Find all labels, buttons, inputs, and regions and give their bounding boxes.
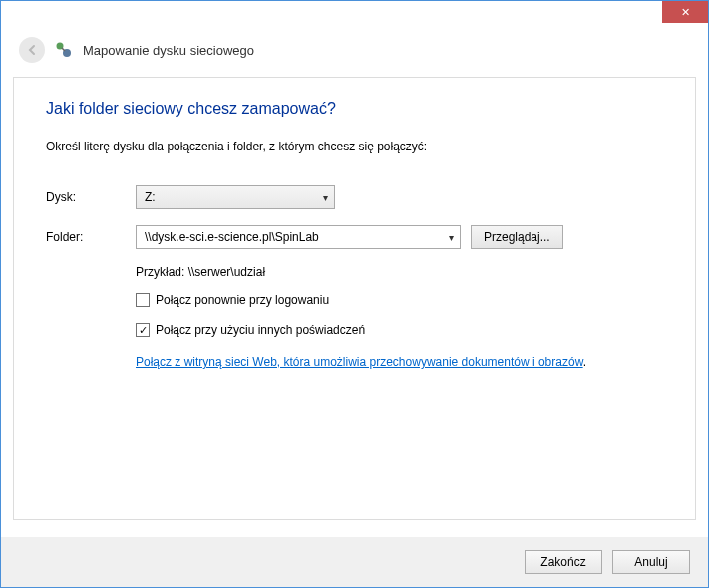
back-button[interactable] <box>19 37 45 63</box>
title-bar: ✕ <box>1 1 708 31</box>
close-icon: ✕ <box>681 6 690 19</box>
web-storage-link[interactable]: Połącz z witryną sieci Web, która umożli… <box>136 355 583 369</box>
browse-button[interactable]: Przeglądaj... <box>471 225 563 249</box>
drive-label: Dysk: <box>46 190 136 204</box>
network-drive-icon <box>55 41 73 59</box>
folder-label: Folder: <box>46 230 136 244</box>
folder-combobox[interactable]: \\dysk.e-sci.e-science.pl\SpinLab ▾ <box>136 225 461 249</box>
cancel-button[interactable]: Anuluj <box>612 550 690 574</box>
instruction-text: Określ literę dysku dla połączenia i fol… <box>46 140 663 153</box>
wizard-title: Mapowanie dysku sieciowego <box>83 43 254 58</box>
page-heading: Jaki folder sieciowy chcesz zamapować? <box>46 100 663 118</box>
web-storage-link-line: Połącz z witryną sieci Web, która umożli… <box>136 353 663 372</box>
other-creds-row: Połącz przy użyciu innych poświadczeń <box>136 323 663 337</box>
content-panel: Jaki folder sieciowy chcesz zamapować? O… <box>13 77 696 520</box>
drive-select[interactable]: Z: ▾ <box>136 185 335 209</box>
chevron-down-icon: ▾ <box>323 192 328 203</box>
finish-button-label: Zakończ <box>540 555 585 569</box>
cancel-button-label: Anuluj <box>634 555 667 569</box>
drive-selected-value: Z: <box>145 190 156 204</box>
reconnect-row: Połącz ponownie przy logowaniu <box>136 293 663 307</box>
folder-value: \\dysk.e-sci.e-science.pl\SpinLab <box>145 230 319 244</box>
folder-row: Folder: \\dysk.e-sci.e-science.pl\SpinLa… <box>46 225 663 249</box>
options-group: Przykład: \\serwer\udział Połącz ponowni… <box>136 265 663 372</box>
arrow-left-icon <box>25 43 39 57</box>
reconnect-label: Połącz ponownie przy logowaniu <box>156 293 329 307</box>
other-creds-label: Połącz przy użyciu innych poświadczeń <box>156 323 365 337</box>
reconnect-checkbox[interactable] <box>136 293 150 307</box>
drive-row: Dysk: Z: ▾ <box>46 185 663 209</box>
footer-bar: Zakończ Anuluj <box>1 537 708 587</box>
close-button[interactable]: ✕ <box>662 1 708 23</box>
other-creds-checkbox[interactable] <box>136 323 150 337</box>
browse-button-label: Przeglądaj... <box>484 230 550 244</box>
link-period: . <box>583 355 586 369</box>
wizard-header: Mapowanie dysku sieciowego <box>1 31 708 77</box>
example-text: Przykład: \\serwer\udział <box>136 265 663 279</box>
finish-button[interactable]: Zakończ <box>525 550 602 574</box>
chevron-down-icon: ▾ <box>449 232 454 243</box>
